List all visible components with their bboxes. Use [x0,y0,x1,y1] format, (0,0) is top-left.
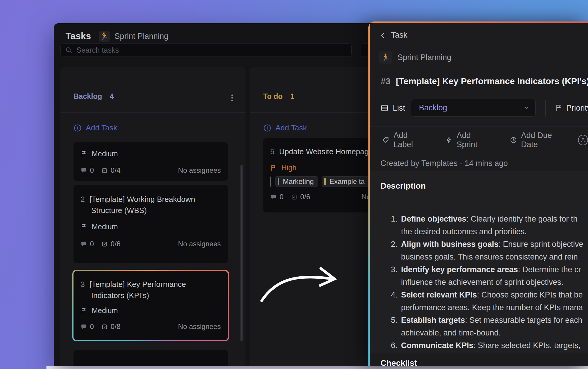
comment-icon [270,194,277,200]
search-input[interactable] [76,46,347,54]
checklist-count: 0/6 [111,240,120,248]
flag-icon [81,150,88,157]
description-heading: Description [380,181,426,191]
task-detail-content: Task 🏃 Sprint Planning #3[Template] Key … [370,23,588,366]
back-button[interactable]: Task [379,31,407,40]
column-menu-icon[interactable] [231,93,233,102]
flag-icon [555,104,563,112]
card-footer: 0 0/6 No assignees [81,240,221,248]
checklist-icon [291,194,297,200]
quick-actions-row: Add Label Add Sprint Add Due Date [382,134,588,146]
comment-count: 0 [280,193,283,201]
description-line: performance areas. Keep the number of KP… [370,301,588,314]
task-number: 3 [81,280,85,289]
checklist-heading: Checklist [380,358,417,366]
project-emoji-icon: 🏃 [379,51,392,64]
list-dropdown[interactable]: Backlog [411,99,536,117]
task-card-selected[interactable]: 3[Template] Key Performance Indicators (… [74,271,228,340]
task-number: #3 [381,76,390,86]
assignees: No assignees [178,240,221,248]
list-dropdown-value: Backlog [419,103,523,112]
chevron-down-icon [523,104,529,111]
comment-count: 0 [90,240,94,248]
project-name: Sprint Planning [115,32,168,41]
desktop: Tasks 🏃 Sprint Planning Backlog 4 Add Ta… [0,0,588,369]
flag-icon [270,164,277,172]
clock-icon [510,136,517,144]
plus-circle-icon [263,124,271,132]
label-color-bar [324,178,326,185]
add-task-button[interactable]: Add Task [74,123,117,132]
column-title: Backlog [74,92,102,101]
task-number: 5 [270,147,274,156]
task-card[interactable]: 4[Template] Planning a [74,350,228,366]
description-line: business goals. This ensures consistency… [370,251,588,263]
description-line: the desired outcomes and priorities. [370,225,588,238]
label-chip[interactable]: Example ta [322,176,369,187]
assignees: No assignees [178,323,221,331]
column-count: 1 [290,92,294,101]
column-scrollbar[interactable] [240,165,243,341]
description-section: Description 1.Define objectives: Clearly… [370,171,588,353]
column-backlog-header: Backlog 4 [74,92,114,101]
description-line: 1.Define objectives: Clearly identify th… [370,213,588,225]
task-card[interactable]: 2[Template] Working Breakdown Structure … [74,185,228,263]
description-line: 6.Communicate KPIs: Share selected KPIs,… [370,339,588,352]
column-count: 4 [110,92,114,101]
checklist-icon [101,167,108,174]
add-label-button[interactable]: Add Label [382,131,427,149]
task-number: 2 [81,195,85,204]
description-line: 5.Establish targets: Set measurable targ… [370,314,588,327]
label-group-bar [270,177,271,187]
column-backlog: Backlog 4 Add Task Medium 0 0/4 [60,67,245,366]
comment-icon [81,241,87,247]
search-bar[interactable] [60,43,352,57]
list-field-label: List [393,104,405,113]
add-assignee-button[interactable] [578,135,588,145]
task-card[interactable]: Medium 0 0/4 No assignees [74,142,228,181]
divider [545,100,546,117]
priority-row: Medium [81,222,221,231]
task-title: #3[Template] Key Performance Indicators … [381,75,588,87]
column-todo-header: To do 1 [263,92,294,101]
project-name: Sprint Planning [397,53,451,62]
created-by-text: Created by Templates - 14 mins ago [380,159,508,168]
description-list[interactable]: 1.Define objectives: Clearly identify th… [370,213,588,352]
label-chip[interactable]: Marketing [275,176,318,187]
task-number: 4 [81,365,85,366]
flag-icon [81,307,88,314]
chevron-left-icon [379,32,386,39]
priority-field-label: Priority [566,104,588,113]
description-line: 3.Identify key performance areas: Determ… [370,263,588,276]
card-footer: 0 0/8 No assignees [81,323,221,331]
comment-count: 0 [90,323,94,331]
panel-project-row: 🏃 Sprint Planning [379,51,451,64]
comment-count: 0 [90,166,94,174]
annotation-arrow [250,259,344,309]
card-footer: 0 0/4 No assignees [81,166,221,174]
add-task-button[interactable]: Add Task [263,123,307,132]
page-title: Tasks [66,31,91,41]
column-title: To do [263,92,283,101]
task-detail-panel: Task 🏃 Sprint Planning #3[Template] Key … [368,21,588,366]
comment-icon [81,323,87,330]
selected-card-highlight: 3[Template] Key Performance Indicators (… [72,270,229,341]
description-line: achievable, and time-bound. [370,327,588,339]
divider [370,127,588,127]
comment-icon [81,167,87,174]
checklist-count: 0/6 [300,193,310,201]
list-icon [380,104,389,112]
checklist-count: 0/4 [111,166,120,174]
description-line: 4.Select relevant KPIs: Choose specific … [370,289,588,301]
tag-icon [382,136,389,144]
description-line: influence the achievement of sprint obje… [370,276,588,289]
plus-circle-icon [74,124,82,132]
assignees: No assignees [178,166,221,174]
add-sprint-button[interactable]: Add Sprint [445,131,492,149]
card-title: 4[Template] Planning a [81,363,221,366]
project-emoji-icon: 🏃 [99,31,110,42]
description-line: 2.Align with business goals: Ensure spri… [370,238,588,251]
checklist-count: 0/8 [111,323,120,331]
label-color-bar [278,178,279,185]
add-due-date-button[interactable]: Add Due Date [510,131,568,149]
